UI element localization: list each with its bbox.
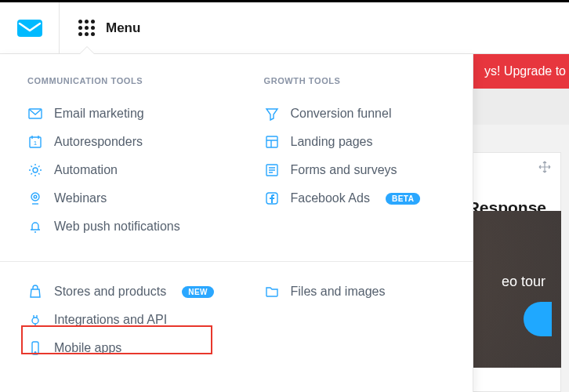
menu-item-automation[interactable]: Automation — [27, 156, 223, 184]
menu-item-label: Stores and products — [54, 285, 166, 299]
menu-item-files-images[interactable]: Files and images — [264, 278, 459, 306]
top-bar: Menu — [0, 0, 569, 54]
svg-point-10 — [32, 318, 38, 324]
menu-item-label: Landing pages — [291, 135, 373, 149]
menu-item-forms-surveys[interactable]: Forms and surveys — [264, 156, 459, 184]
gear-icon — [27, 162, 43, 178]
video-tour-label: eo tour — [502, 274, 545, 290]
growth-tools-column: GROWTH TOOLS Conversion funnel Landing p… — [237, 76, 473, 241]
phone-icon — [27, 340, 43, 356]
menu-item-label: Email marketing — [54, 107, 144, 121]
menu-item-autoresponders[interactable]: 1 Autoresponders — [27, 128, 223, 156]
bag-icon — [27, 284, 43, 299]
svg-point-5 — [31, 193, 39, 201]
facebook-icon — [264, 191, 280, 206]
menu-item-web-push[interactable]: Web push notifications — [27, 212, 223, 241]
move-icon[interactable] — [538, 161, 551, 176]
menu-item-label: Autoresponders — [54, 135, 143, 149]
play-button[interactable] — [524, 302, 552, 336]
webcam-icon — [27, 191, 43, 206]
svg-text:1: 1 — [34, 140, 38, 147]
menu-item-label: Webinars — [54, 191, 107, 205]
logo[interactable] — [0, 2, 60, 53]
funnel-icon — [264, 106, 280, 122]
banner-text: ys! Upgrade to — [484, 64, 566, 78]
menu-divider — [0, 261, 473, 262]
bell-icon — [27, 219, 43, 234]
mega-menu: COMMUNICATION TOOLS Email marketing 1 Au… — [0, 54, 473, 392]
svg-rect-7 — [266, 136, 277, 147]
menu-item-label: Mobile apps — [54, 341, 121, 355]
svg-point-4 — [33, 168, 38, 172]
menu-item-label: Automation — [54, 163, 118, 177]
communication-header: COMMUNICATION TOOLS — [27, 76, 223, 85]
menu-item-landing-pages[interactable]: Landing pages — [264, 128, 459, 156]
menu-item-facebook-ads[interactable]: Facebook Ads BETA — [264, 184, 459, 212]
calendar-icon: 1 — [27, 134, 43, 150]
svg-point-12 — [34, 352, 36, 354]
menu-item-label: Web push notifications — [54, 220, 180, 234]
menu-item-mobile-apps[interactable]: Mobile apps — [27, 334, 223, 362]
communication-tools-column: COMMUNICATION TOOLS Email marketing 1 Au… — [0, 76, 237, 241]
beta-badge: BETA — [386, 193, 420, 205]
menu-item-conversion-funnel[interactable]: Conversion funnel — [264, 100, 459, 128]
menu-item-stores-products[interactable]: Stores and products NEW — [27, 278, 223, 306]
menu-item-label: Files and images — [291, 285, 386, 299]
envelope-icon — [27, 106, 43, 122]
menu-item-label: Forms and surveys — [291, 163, 397, 177]
new-badge: NEW — [182, 286, 214, 298]
plug-icon — [27, 312, 43, 328]
menu-item-label: Integrations and API — [54, 313, 167, 327]
svg-point-6 — [34, 195, 37, 198]
menu-button[interactable]: Menu — [60, 2, 140, 53]
menu-item-email-marketing[interactable]: Email marketing — [27, 100, 223, 128]
folder-icon — [264, 284, 280, 299]
menu-item-label: Facebook Ads — [291, 191, 370, 205]
form-icon — [264, 162, 280, 178]
menu-item-webinars[interactable]: Webinars — [27, 184, 223, 212]
menu-item-label: Conversion funnel — [291, 107, 392, 121]
growth-header: GROWTH TOOLS — [264, 76, 459, 85]
layout-icon — [264, 134, 280, 150]
bottom-left-column: Stores and products NEW Integrations and… — [0, 278, 237, 362]
apps-grid-icon — [78, 20, 95, 36]
menu-label: Menu — [106, 20, 140, 36]
envelope-logo-icon — [16, 19, 43, 38]
svg-rect-0 — [17, 20, 42, 37]
dropdown-arrow — [80, 47, 94, 54]
menu-item-integrations-api[interactable]: Integrations and API — [27, 306, 223, 334]
bottom-right-column: Files and images — [237, 278, 473, 362]
